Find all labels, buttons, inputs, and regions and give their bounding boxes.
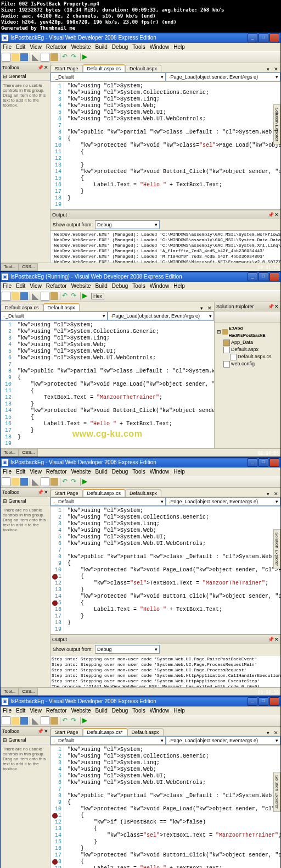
document-tab[interactable]: Default.aspx — [125, 65, 161, 72]
menu-item[interactable]: Window — [150, 469, 170, 475]
class-dropdown[interactable]: ⬪ _Default▾ — [1, 311, 108, 320]
tab-close-icon[interactable]: ✕ — [205, 305, 214, 311]
close-button[interactable]: ✕ — [269, 697, 279, 706]
tool-tab[interactable]: Tool... — [1, 263, 19, 271]
code-editor[interactable]: 1"kw">using "cl">System;2"kw">using "cl"… — [1, 321, 214, 448]
menu-item[interactable]: Help — [173, 283, 185, 289]
minimize-button[interactable]: _ — [248, 272, 257, 281]
tab-dropdown-icon[interactable]: ▾ — [198, 305, 205, 311]
menu-item[interactable]: Tools — [132, 469, 145, 475]
menu-item[interactable]: Refactor — [46, 708, 67, 714]
paste-icon[interactable] — [50, 53, 58, 61]
output-header[interactable]: Output📌✕ — [50, 635, 280, 644]
toolbox-header[interactable]: Toolbox📌✕ — [1, 727, 50, 736]
copy-icon[interactable] — [41, 292, 49, 301]
document-tab[interactable]: Default.aspx.cs — [1, 304, 43, 311]
menu-item[interactable]: File — [3, 283, 12, 289]
menu-item[interactable]: Build — [95, 469, 108, 475]
breakpoint-icon[interactable] — [52, 574, 58, 580]
cut-icon[interactable] — [32, 717, 40, 725]
close-panel-icon[interactable]: ✕ — [274, 637, 279, 642]
member-dropdown[interactable]: ⬪ Page_Load(object sender, EventArgs e)▾ — [166, 736, 281, 745]
maximize-button[interactable]: □ — [258, 458, 268, 467]
new-icon[interactable] — [2, 53, 10, 62]
minimize-button[interactable]: _ — [248, 34, 257, 42]
menu-item[interactable]: Build — [95, 283, 108, 289]
document-tab[interactable]: Default.aspx.cs — [83, 64, 126, 72]
redo-icon[interactable]: ↷ — [71, 292, 78, 300]
document-tab[interactable]: Default.aspx — [125, 489, 161, 497]
document-tab[interactable]: Start Page — [50, 489, 83, 497]
close-panel-icon[interactable]: ✕ — [274, 304, 279, 309]
window-titlebar[interactable]: ▣IsPostbackEg - Visual Web Developer 200… — [1, 33, 280, 43]
redo-icon[interactable]: ↷ — [71, 717, 78, 725]
tree-item[interactable]: web.config — [217, 360, 278, 368]
toolbox-group[interactable]: ⊟ General — [1, 497, 50, 505]
menu-item[interactable]: Debug — [112, 708, 128, 714]
menu-item[interactable]: Tools — [132, 44, 145, 50]
css-tab[interactable]: CSS... — [19, 449, 38, 457]
menu-item[interactable]: View — [30, 469, 42, 475]
code-editor[interactable]: 1"kw">using "cl">System;2"kw">using "cl"… — [50, 745, 280, 868]
new-icon[interactable] — [2, 477, 10, 486]
run-icon[interactable]: ▶ — [82, 717, 90, 725]
css-tab[interactable]: CSS... — [19, 263, 38, 271]
output-from-dropdown[interactable]: Debug▾ — [95, 645, 160, 654]
run-icon[interactable]: ▶ — [82, 292, 90, 300]
css-tab[interactable]: CSS... — [19, 688, 38, 695]
solution-tree[interactable]: ⊟E:\Abd Hadi\IsPostbackEApp_DataDefault.… — [215, 322, 280, 370]
run-icon[interactable]: ▶ — [82, 478, 90, 486]
cut-icon[interactable] — [32, 478, 40, 486]
solution-explorer-tab[interactable]: Solution Explorer — [273, 104, 280, 144]
tab-dropdown-icon[interactable]: ▾ — [265, 491, 272, 497]
close-panel-icon[interactable]: ✕ — [274, 212, 279, 218]
close-button[interactable]: ✕ — [269, 272, 279, 281]
pin-icon[interactable]: 📌 — [268, 212, 274, 218]
menu-item[interactable]: Build — [95, 44, 108, 50]
breakpoint-icon[interactable] — [52, 600, 58, 606]
menu-item[interactable]: View — [30, 44, 42, 50]
close-panel-icon[interactable]: ✕ — [44, 65, 48, 70]
pin-icon[interactable]: 📌 — [37, 728, 43, 734]
open-icon[interactable] — [12, 717, 19, 725]
save-icon[interactable] — [20, 292, 28, 300]
menu-item[interactable]: File — [3, 708, 12, 714]
menu-item[interactable]: Debug — [112, 469, 128, 475]
menu-item[interactable]: Refactor — [46, 44, 67, 50]
toolbox-group[interactable]: ⊟ General — [1, 736, 50, 744]
code-editor[interactable]: 1"kw">using "cl">System;2"kw">using "cl"… — [50, 82, 280, 209]
tab-close-icon[interactable]: ✕ — [272, 491, 280, 497]
menu-item[interactable]: Window — [150, 44, 170, 50]
pin-icon[interactable]: 📌 — [268, 304, 274, 309]
code-editor[interactable]: 1"kw">using "cl">System;2"kw">using "cl"… — [50, 507, 280, 634]
maximize-button[interactable]: □ — [258, 34, 268, 42]
menu-item[interactable]: Refactor — [46, 283, 67, 289]
tab-dropdown-icon[interactable]: ▾ — [265, 66, 272, 72]
toolbox-header[interactable]: Toolbox📌✕ — [1, 488, 50, 497]
copy-icon[interactable] — [41, 477, 49, 486]
pin-icon[interactable]: 📌 — [37, 65, 43, 70]
solution-explorer-tab[interactable]: Solution Explorer — [273, 529, 280, 569]
menu-item[interactable]: Edit — [16, 469, 25, 475]
maximize-button[interactable]: □ — [258, 272, 268, 281]
output-from-dropdown[interactable]: Debug▾ — [95, 220, 160, 229]
menu-item[interactable]: View — [30, 283, 42, 289]
output-text[interactable]: Step into: Stepping over non-user code '… — [50, 655, 280, 687]
tab-dropdown-icon[interactable]: ▾ — [265, 730, 272, 736]
window-titlebar[interactable]: ▣IsPostbackEg (Running) - Visual Web Dev… — [1, 272, 280, 282]
redo-icon[interactable]: ↷ — [71, 478, 78, 486]
document-tab[interactable]: Default.aspx — [127, 728, 164, 736]
class-dropdown[interactable]: ⬪ _Default▾ — [50, 497, 166, 506]
member-dropdown[interactable]: ⬪ Page_Load(object sender, EventArgs e)▾ — [166, 73, 281, 81]
tree-item[interactable]: Default.aspx.cs — [217, 353, 278, 360]
output-text[interactable]: 'WebDev.WebServer.EXE' (Managed): Loaded… — [50, 231, 280, 263]
menu-item[interactable]: Window — [150, 708, 170, 714]
solution-explorer-tab[interactable]: Solution Explorer — [273, 772, 280, 812]
document-tab[interactable]: Default.aspx.cs* — [83, 728, 127, 736]
close-button[interactable]: ✕ — [269, 34, 279, 42]
menu-item[interactable]: Website — [71, 283, 91, 289]
undo-icon[interactable]: ↶ — [62, 292, 70, 300]
window-titlebar[interactable]: ▣IsPostbackEg - Visual Web Developer 200… — [1, 458, 280, 468]
cut-icon[interactable] — [32, 292, 40, 300]
copy-icon[interactable] — [41, 716, 49, 725]
